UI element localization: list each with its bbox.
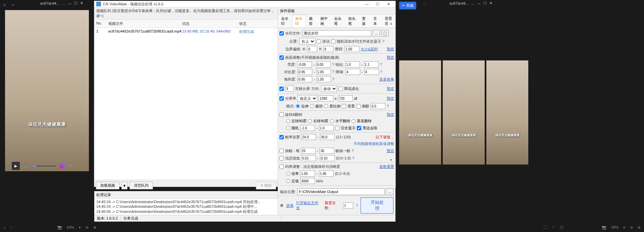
hflip-radio[interactable] bbox=[330, 119, 334, 123]
color-square[interactable] bbox=[60, 164, 65, 168]
dir-select[interactable]: 自动 bbox=[321, 85, 337, 92]
play-button[interactable]: ▶ bbox=[12, 162, 20, 170]
chevron-icon[interactable]: ▾ bbox=[79, 225, 81, 230]
help-icon[interactable]: ? bbox=[332, 70, 334, 74]
browse-button[interactable]: ... bbox=[373, 30, 380, 37]
res-checkbox[interactable] bbox=[279, 96, 284, 101]
volume-icon[interactable]: 🔈 bbox=[24, 164, 29, 168]
help-icon[interactable]: ? bbox=[352, 156, 354, 160]
swap-icon[interactable]: ⇄ bbox=[354, 96, 357, 101]
cut-button[interactable]: ✂ 剪裁 bbox=[399, 2, 416, 9]
res-w[interactable] bbox=[319, 95, 333, 101]
crop-radio[interactable] bbox=[310, 104, 314, 108]
bright-min[interactable] bbox=[297, 61, 312, 67]
blur-checkbox[interactable] bbox=[338, 87, 343, 91]
table-body[interactable]: 1 ec87dc4452e357671ca8072b9831caa9.mp4 2… bbox=[94, 28, 278, 180]
load-video-button[interactable]: 加载视频 bbox=[96, 182, 119, 189]
trans-input[interactable] bbox=[344, 46, 359, 52]
zoom-min[interactable] bbox=[301, 155, 316, 161]
tab-crop[interactable]: 裁剪 bbox=[306, 15, 317, 28]
tab-text[interactable]: 文本 bbox=[370, 15, 382, 28]
scroll-checkbox[interactable] bbox=[317, 39, 321, 44]
fps-checkbox[interactable] bbox=[279, 135, 284, 139]
browse-output[interactable]: ... bbox=[386, 188, 393, 195]
black-checkbox[interactable] bbox=[357, 126, 361, 130]
help-icon[interactable]: ? bbox=[380, 70, 382, 74]
help-icon[interactable]: ? bbox=[332, 62, 334, 66]
noise-max[interactable] bbox=[364, 69, 379, 75]
tab-speed[interactable]: 变速 bbox=[359, 15, 370, 28]
help-icon[interactable]: ? bbox=[387, 104, 389, 108]
clipboard-button[interactable]: 📋 bbox=[381, 30, 389, 37]
mult-radio[interactable] bbox=[286, 172, 290, 176]
tab-trim-head[interactable]: 去头尾 bbox=[331, 15, 345, 28]
rot-checkbox[interactable] bbox=[279, 112, 284, 117]
output-path[interactable] bbox=[297, 188, 385, 195]
minimize-button[interactable]: — bbox=[362, 1, 372, 7]
zoom-in-icon[interactable]: ⊕ bbox=[93, 225, 96, 230]
vflip-radio[interactable] bbox=[352, 119, 356, 123]
tab-add-wm[interactable]: 加水印 bbox=[292, 15, 306, 28]
fps-max[interactable] bbox=[320, 134, 335, 140]
help-icon[interactable]: ? bbox=[352, 149, 354, 153]
grid-count[interactable] bbox=[285, 86, 294, 92]
open-folder-link[interactable]: 打开输出文件夹 bbox=[296, 200, 322, 211]
start-button[interactable]: 开始处理 bbox=[361, 197, 393, 214]
col-no[interactable]: No. bbox=[94, 20, 106, 27]
volume-slider[interactable] bbox=[33, 166, 56, 167]
offset-x[interactable] bbox=[307, 46, 317, 52]
wm-file-checkbox[interactable] bbox=[279, 31, 284, 36]
adj-checkbox[interactable] bbox=[279, 55, 284, 60]
zoom-out-icon[interactable]: ⊖ bbox=[86, 225, 89, 230]
more-dots[interactable]: ⋯ bbox=[423, 3, 426, 7]
help-icon[interactable]: ? bbox=[332, 77, 334, 81]
sat-max[interactable] bbox=[316, 76, 331, 82]
options-link[interactable]: 选项 bbox=[286, 203, 293, 208]
clear-queue-button[interactable]: 清空队列 bbox=[129, 182, 153, 189]
camera-icon[interactable]: 📷 bbox=[57, 225, 62, 230]
help-icon[interactable]: ? bbox=[382, 39, 384, 43]
tab-pip[interactable]: 画中画 bbox=[317, 15, 331, 28]
reset-link[interactable]: 参数重置 bbox=[379, 164, 394, 169]
home-icon[interactable]: ⌂ bbox=[3, 225, 6, 229]
full-checkbox[interactable] bbox=[335, 126, 339, 130]
fps-min[interactable] bbox=[301, 134, 316, 140]
ratio-radio[interactable] bbox=[324, 104, 328, 108]
col-status[interactable]: 状态 bbox=[237, 20, 267, 27]
table-row[interactable]: 1 ec87dc4452e357671ca8072b9831caa9.mp4 2… bbox=[94, 28, 278, 36]
chevron-icon[interactable]: ▾ bbox=[623, 225, 625, 230]
remove-button[interactable]: ✕ 移除 bbox=[256, 182, 276, 189]
sharp-min[interactable] bbox=[345, 61, 360, 67]
expand-icon[interactable]: ⛶ bbox=[543, 225, 547, 229]
br-max[interactable] bbox=[319, 171, 334, 177]
noise-min[interactable] bbox=[345, 69, 360, 75]
res-mode-select[interactable]: 自定义 bbox=[298, 95, 317, 102]
bright-max[interactable] bbox=[316, 61, 331, 67]
info-icon[interactable]: ⓘ bbox=[560, 225, 564, 230]
br-fixed[interactable] bbox=[300, 178, 315, 184]
rand-radio[interactable] bbox=[286, 126, 290, 130]
stretch-radio[interactable] bbox=[296, 104, 300, 108]
rot-min[interactable] bbox=[300, 125, 315, 131]
contrast-max[interactable] bbox=[316, 69, 331, 75]
mirror-val[interactable] bbox=[371, 103, 385, 109]
gear-icon[interactable]: ⚙ bbox=[280, 203, 283, 208]
more-icon[interactable]: ⋯ bbox=[69, 164, 72, 168]
zoom-max[interactable] bbox=[320, 155, 335, 161]
fixed-radio[interactable] bbox=[286, 179, 290, 183]
scrollbar[interactable]: ▴▾ bbox=[390, 21, 395, 162]
circle-icon[interactable]: ○ bbox=[12, 3, 14, 7]
drop-max[interactable] bbox=[319, 148, 334, 154]
zoom-out-icon[interactable]: ⊖ bbox=[630, 225, 633, 230]
drop-checkbox[interactable] bbox=[279, 149, 284, 153]
contrast-min[interactable] bbox=[298, 69, 312, 75]
rot-max[interactable] bbox=[319, 125, 334, 131]
home-icon[interactable]: ⌂ bbox=[3, 3, 6, 7]
zoom-in-icon[interactable]: ⊕ bbox=[638, 225, 641, 230]
col-file[interactable]: 视频文件 bbox=[106, 20, 180, 27]
res-h[interactable] bbox=[338, 95, 353, 101]
help-icon[interactable]: ? bbox=[380, 62, 382, 66]
r90-radio[interactable] bbox=[308, 119, 312, 123]
camera-icon[interactable]: 📷 bbox=[602, 225, 606, 230]
maximize-button[interactable]: ☐ bbox=[373, 1, 383, 7]
